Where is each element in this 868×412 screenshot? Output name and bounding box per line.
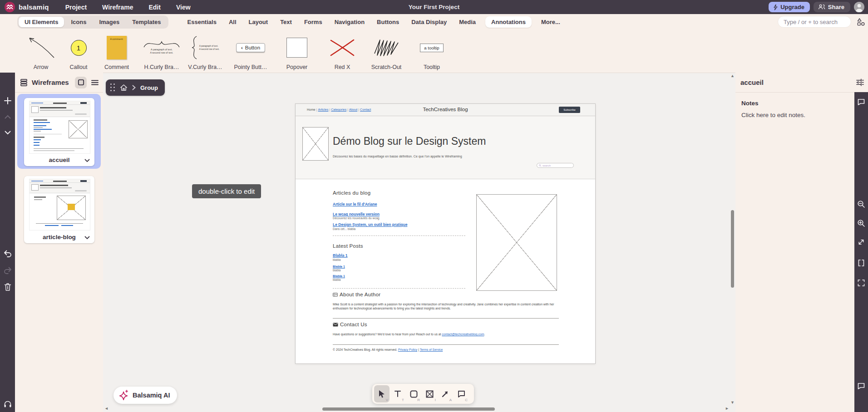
- comment-tool[interactable]: C: [454, 385, 469, 402]
- horizontal-scrollbar[interactable]: [322, 407, 495, 411]
- scroll-up-arrow[interactable]: ▲: [730, 74, 735, 78]
- category-more[interactable]: More...: [541, 19, 560, 25]
- scroll-right-arrow[interactable]: ►: [725, 406, 729, 411]
- move-down-icon[interactable]: [4, 131, 11, 135]
- envelope-icon: [333, 323, 338, 327]
- menu-wireframe[interactable]: Wireframe: [102, 4, 133, 11]
- undo-button[interactable]: [3, 250, 12, 257]
- menu-edit[interactable]: Edit: [148, 4, 160, 11]
- element-hcurly-brace[interactable]: A paragraph of text.A second row of text…: [137, 32, 187, 71]
- arrow-tool[interactable]: A: [438, 385, 453, 402]
- rectangle-tool[interactable]: R: [406, 385, 421, 402]
- category-navigation[interactable]: Navigation: [335, 19, 365, 25]
- tooltip-icon: a tooltip: [420, 44, 443, 52]
- category-media[interactable]: Media: [459, 19, 476, 25]
- sticky-note-icon: A comment:: [107, 36, 127, 59]
- balsamiq-logo-icon[interactable]: [5, 2, 15, 12]
- chevron-down-icon[interactable]: [84, 236, 90, 240]
- user-avatar[interactable]: [854, 2, 864, 12]
- wireframe-name-article-blog: article-blog: [24, 234, 94, 240]
- element-popover[interactable]: Popover: [272, 32, 322, 71]
- wireframe-sheet[interactable]: Home|Articles|Categories|About|Contact T…: [295, 103, 596, 364]
- element-tooltip[interactable]: a tooltip Tooltip: [407, 32, 457, 71]
- category-layout[interactable]: Layout: [249, 19, 268, 25]
- breadcrumb[interactable]: Group: [106, 79, 165, 96]
- element-red-x[interactable]: Red X: [317, 32, 367, 71]
- zoom-out-icon[interactable]: [857, 200, 865, 208]
- post-link-3[interactable]: Blabla 1: [333, 275, 345, 278]
- image-tool[interactable]: I: [422, 385, 437, 402]
- post-link-1[interactable]: Blabla 1: [333, 253, 348, 258]
- move-up-icon[interactable]: [4, 115, 11, 119]
- element-vcurly-brace[interactable]: A paragraph of text.A second row of text…: [180, 32, 230, 71]
- wireframe-thumbnail-article-blog[interactable]: article-blog: [17, 173, 101, 246]
- menu-view[interactable]: View: [176, 4, 191, 11]
- share-button[interactable]: Share: [814, 2, 850, 12]
- balsamiq-ai-button[interactable]: Balsamiq AI: [113, 387, 177, 404]
- article-link-2[interactable]: Le wcag nouvelle version: [333, 212, 380, 216]
- library-search-input[interactable]: [778, 16, 851, 28]
- element-pointy-button[interactable]: ‹Button Pointy Butt…: [226, 32, 276, 71]
- category-text[interactable]: Text: [280, 19, 292, 25]
- comments-panel-icon[interactable]: [858, 98, 865, 105]
- wireframe-footer: © 2024 TechCreatives Blog. All rights re…: [333, 348, 569, 352]
- thumbnail-preview[interactable]: [29, 101, 90, 154]
- delete-button[interactable]: [4, 283, 11, 291]
- fullscreen-icon[interactable]: [858, 238, 865, 246]
- terms-of-service-link[interactable]: Terms of Service: [420, 348, 443, 351]
- chevron-down-icon[interactable]: [84, 159, 90, 162]
- ui-library-toggle-icon[interactable]: [857, 18, 865, 26]
- home-icon[interactable]: [120, 84, 128, 91]
- library-tab-group: UI Elements Icons Images Templates: [17, 15, 168, 29]
- zoom-in-icon[interactable]: [857, 219, 865, 227]
- category-data-display[interactable]: Data Display: [411, 19, 447, 25]
- feedback-comment-icon[interactable]: [858, 383, 865, 389]
- about-body: Mike Scott is a content strategist with …: [333, 303, 560, 310]
- wireframe-hero: Démo Blog sur le Design System Découvrez…: [296, 116, 595, 179]
- pointy-button-icon: ‹Button: [236, 43, 265, 52]
- contact-email-link[interactable]: contact@techcreativeblog.com: [442, 333, 484, 336]
- category-forms[interactable]: Forms: [304, 19, 322, 25]
- scroll-down-arrow[interactable]: ▼: [730, 400, 735, 405]
- article-link-3[interactable]: Le Design System, un outil bien pratique: [333, 222, 407, 227]
- wireframe-thumbnail-accueil[interactable]: accueil: [17, 94, 101, 169]
- properties-sliders-icon[interactable]: [856, 78, 864, 87]
- element-comment[interactable]: A comment: Comment: [92, 32, 142, 71]
- drag-handle-icon[interactable]: [110, 83, 115, 92]
- wireframe-search-input[interactable]: search: [537, 163, 574, 168]
- brackets-icon[interactable]: [858, 259, 865, 267]
- app-name: balsamiq: [19, 3, 49, 11]
- article-link-1[interactable]: Article sur le fil d'Ariane: [333, 202, 377, 206]
- project-title: Your First Project: [409, 4, 459, 10]
- stack-icon: [20, 78, 28, 87]
- support-headset-icon[interactable]: [3, 400, 12, 408]
- redo-button[interactable]: [3, 266, 12, 274]
- text-tool[interactable]: T: [390, 385, 405, 402]
- subscribe-button[interactable]: Subscribe: [559, 107, 580, 113]
- menu-project[interactable]: Project: [65, 4, 87, 11]
- upgrade-button[interactable]: Upgrade: [769, 2, 810, 12]
- thumbnail-view-button[interactable]: [75, 77, 87, 88]
- list-view-button[interactable]: [89, 77, 101, 88]
- privacy-policy-link[interactable]: Privacy Policy: [398, 348, 417, 351]
- tab-icons[interactable]: Icons: [65, 17, 92, 27]
- category-annotations[interactable]: Annotations: [485, 16, 532, 28]
- cursor-icon: [378, 390, 385, 398]
- element-scratch-out[interactable]: Scratch-Out: [361, 32, 411, 71]
- hcurly-brace-icon: [143, 41, 181, 48]
- category-all[interactable]: All: [229, 19, 237, 25]
- notes-placeholder[interactable]: Click here to edit notes.: [741, 112, 805, 118]
- category-essentials[interactable]: Essentials: [187, 19, 217, 25]
- category-buttons[interactable]: Buttons: [377, 19, 399, 25]
- vertical-scrollbar[interactable]: [731, 210, 734, 288]
- tab-templates[interactable]: Templates: [126, 17, 167, 27]
- tab-images[interactable]: Images: [93, 17, 125, 27]
- select-tool[interactable]: V: [374, 385, 390, 402]
- add-wireframe-button[interactable]: [4, 97, 12, 105]
- wireframes-panel: Wireframes: [15, 73, 103, 412]
- scroll-left-arrow[interactable]: ◄: [104, 406, 108, 411]
- thumbnail-preview[interactable]: [29, 179, 90, 231]
- post-link-2[interactable]: Blabla 1: [333, 265, 345, 268]
- focus-frame-icon[interactable]: [858, 279, 865, 287]
- tab-ui-elements[interactable]: UI Elements: [19, 17, 64, 27]
